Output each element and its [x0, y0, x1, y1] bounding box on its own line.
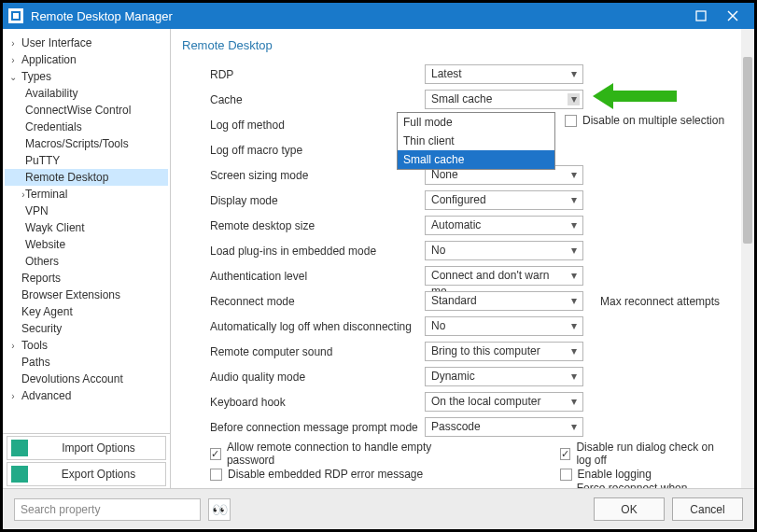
row-kb-hook: Keyboard hookOn the local computer▾ [210, 389, 730, 414]
label: Audio quality mode [210, 371, 425, 384]
checkbox-disable-multiple[interactable]: Disable on multiple selection [565, 110, 724, 131]
checkbox-allow-remote-connection-to-handle-empty-[interactable]: ✓Allow remote connection to handle empty… [210, 443, 457, 464]
label: Screen sizing mode [210, 169, 425, 182]
scrollbar-thumb[interactable] [743, 57, 752, 244]
tree-label: Reports [20, 272, 61, 285]
combo-cache[interactable]: Small cache ▾ [425, 90, 583, 109]
side-checkbox: Disable on multiple selection [565, 110, 724, 131]
label: Reconnect mode [210, 295, 425, 308]
tree-item-key-agent[interactable]: Key Agent [5, 303, 168, 320]
tree-label: Application [20, 53, 77, 66]
checkbox-grid: ✓Allow remote connection to handle empty… [210, 443, 730, 488]
label: Keyboard hook [210, 396, 425, 409]
search-input[interactable]: Search property [14, 498, 201, 521]
combo-sound[interactable]: Bring to this computer▾ [425, 342, 583, 361]
combo-before-msg[interactable]: Passcode▾ [425, 417, 583, 437]
tree-item-terminal[interactable]: ›Terminal [5, 186, 168, 203]
tree-twisty: › [7, 391, 20, 401]
label-rdp: RDP [210, 68, 425, 81]
combo-value: Automatic [431, 218, 481, 231]
app-icon [8, 8, 23, 23]
tree-item-credentials[interactable]: Credentials [5, 119, 168, 135]
window: Remote Desktop Manager ›User Interface›A… [0, 0, 757, 532]
tree-item-availability[interactable]: Availability [5, 85, 168, 102]
label: Before connection message prompt mode [210, 421, 425, 434]
tree-item-browser-extensions[interactable]: Browser Extensions [5, 287, 168, 303]
export-label: Export Options [32, 468, 165, 481]
tree-item-reports[interactable]: Reports [5, 270, 168, 287]
combo-auto-logoff[interactable]: No▾ [425, 316, 583, 336]
tree-item-putty[interactable]: PuTTY [5, 152, 168, 169]
dropdown-option[interactable]: Full mode [398, 113, 554, 132]
chevron-down-icon: ▾ [568, 194, 580, 206]
vertical-scrollbar[interactable] [741, 29, 754, 488]
combo-value: Dynamic [431, 370, 475, 383]
tree-item-website[interactable]: Website [5, 236, 168, 253]
highlight-arrow [593, 83, 677, 109]
checkbox-label: Force reconnect when undocking [577, 482, 730, 488]
checkbox-disable-embedded-rdp-error-message[interactable]: Disable embedded RDP error message [210, 464, 457, 484]
combo-plugins[interactable]: No▾ [425, 241, 583, 260]
combo-display-mode[interactable]: Configured▾ [425, 190, 583, 210]
label: Remote computer sound [210, 345, 425, 358]
tree-item-macros-scripts-tools[interactable]: Macros/Scripts/Tools [5, 135, 168, 152]
tree-item-vpn[interactable]: VPN [5, 203, 168, 219]
tree-label: Credentials [23, 120, 82, 133]
combo-value: No [431, 319, 445, 332]
ok-button[interactable]: OK [594, 497, 665, 521]
tree-label: User Interface [20, 36, 91, 49]
combo-reconnect[interactable]: Standard▾ [425, 291, 583, 311]
combo-value: No [431, 244, 445, 257]
checkbox-use-smart-reconnect-in-full-screen[interactable]: Use smart reconnect in full screen [210, 484, 457, 488]
import-label: Import Options [32, 441, 165, 455]
tree-label: Devolutions Account [20, 372, 123, 385]
combo-audio-quality[interactable]: Dynamic▾ [425, 367, 583, 386]
tree-item-advanced[interactable]: ›Advanced [5, 387, 168, 404]
checkbox-force-reconnect-when-undocking[interactable]: Force reconnect when undocking [560, 484, 730, 488]
combo-value: Passcode [431, 420, 481, 433]
tree-item-user-interface[interactable]: ›User Interface [5, 35, 168, 51]
close-button[interactable] [717, 3, 749, 29]
label: Automatically log off when disconnecting [210, 320, 425, 333]
combo-kb-hook[interactable]: On the local computer▾ [425, 392, 583, 412]
tree-label: Tools [20, 339, 48, 352]
export-options-button[interactable]: Export Options [7, 462, 166, 486]
tree-item-devolutions-account[interactable]: Devolutions Account [5, 371, 168, 387]
chevron-down-icon: ▾ [568, 295, 580, 307]
combo-rdp[interactable]: Latest ▾ [425, 64, 583, 84]
tree-label: Security [20, 322, 62, 335]
tree-item-tools[interactable]: ›Tools [5, 337, 168, 354]
sidebar: ›User Interface›Application⌄TypesAvailab… [3, 29, 171, 488]
tree-label: ConnectWise Control [23, 104, 131, 117]
search-button[interactable]: 👀 [208, 498, 231, 521]
tree-item-types[interactable]: ⌄Types [5, 68, 168, 85]
tree-item-remote-desktop[interactable]: Remote Desktop [5, 169, 168, 186]
tree-item-connectwise-control[interactable]: ConnectWise Control [5, 102, 168, 119]
checkbox-disable-run-dialog-check-on-log-off[interactable]: ✓Disable run dialog check on log off [560, 443, 730, 464]
tree-label: Availability [23, 87, 77, 100]
dropdown-option[interactable]: Thin client [398, 132, 554, 150]
checkbox-icon: ✓ [210, 448, 221, 460]
tree-item-others[interactable]: Others [5, 253, 168, 270]
tree-label: Remote Desktop [23, 171, 108, 184]
dropdown-option[interactable]: Small cache [398, 150, 554, 169]
form-area: RDP Latest ▾ Cache Small cache ▾ [182, 62, 730, 488]
cache-dropdown[interactable]: Full modeThin clientSmall cache [397, 112, 555, 170]
checkbox-label: Enable logging [578, 468, 652, 481]
row-display-mode: Display modeConfigured▾ [210, 188, 730, 213]
label-cache: Cache [210, 93, 425, 106]
tree-label: Terminal [23, 188, 67, 201]
tree-label: Paths [20, 356, 50, 369]
cancel-button[interactable]: Cancel [672, 497, 743, 521]
import-options-button[interactable]: Import Options [7, 436, 166, 460]
checkbox-icon [560, 469, 572, 481]
tree-item-paths[interactable]: Paths [5, 354, 168, 371]
tree-item-application[interactable]: ›Application [5, 51, 168, 68]
checkbox-icon [210, 469, 222, 481]
maximize-button[interactable] [685, 3, 717, 29]
tree-item-wayk-client[interactable]: Wayk Client [5, 219, 168, 236]
tree-twisty: › [7, 189, 23, 200]
combo-rd-size[interactable]: Automatic▾ [425, 216, 583, 235]
tree-item-security[interactable]: Security [5, 320, 168, 337]
combo-auth-level[interactable]: Connect and don't warn me▾ [425, 266, 583, 286]
